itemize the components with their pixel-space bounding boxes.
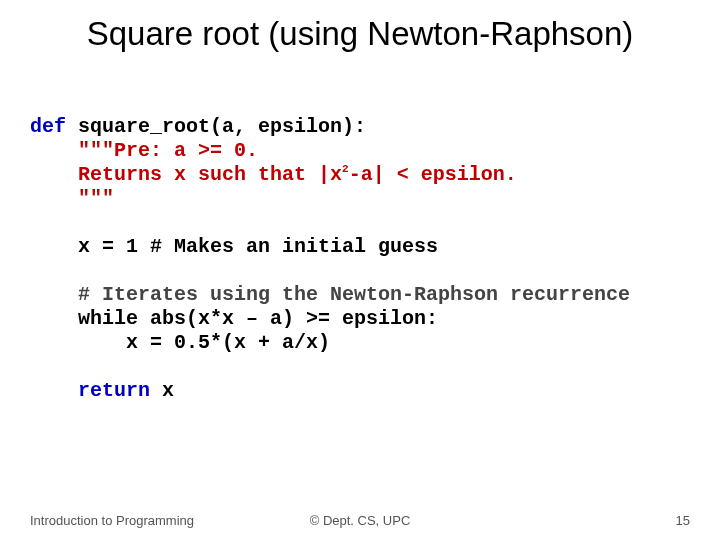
blank-1 xyxy=(30,211,42,234)
docstring-line-1: """Pre: a >= 0. xyxy=(30,139,258,162)
footer: Introduction to Programming © Dept. CS, … xyxy=(30,513,690,528)
while-cond: abs(x*x – a) >= epsilon: xyxy=(138,307,438,330)
initial-guess-line: x = 1 # Makes an initial guess xyxy=(30,235,438,258)
blank-2 xyxy=(30,259,42,282)
return-val: x xyxy=(150,379,174,402)
kw-while: while xyxy=(30,307,138,330)
slide: Square root (using Newton-Raphson) def s… xyxy=(0,0,720,540)
blank-3 xyxy=(30,355,42,378)
docstring-line-3: """ xyxy=(30,187,114,210)
kw-return: return xyxy=(30,379,150,402)
slide-title: Square root (using Newton-Raphson) xyxy=(0,15,720,53)
iter-comment: # Iterates using the Newton-Raphson recu… xyxy=(30,283,630,306)
kw-def: def xyxy=(30,115,66,138)
footer-center: © Dept. CS, UPC xyxy=(30,513,690,528)
fn-signature: square_root(a, epsilon): xyxy=(66,115,366,138)
docstring-line-2b: -a| < epsilon. xyxy=(349,163,517,186)
docstring-line-2a: Returns x such that |x xyxy=(30,163,342,186)
update-line: x = 0.5*(x + a/x) xyxy=(30,331,330,354)
docstring-exponent: 2 xyxy=(342,163,349,175)
code-block: def square_root(a, epsilon): """Pre: a >… xyxy=(30,115,630,403)
